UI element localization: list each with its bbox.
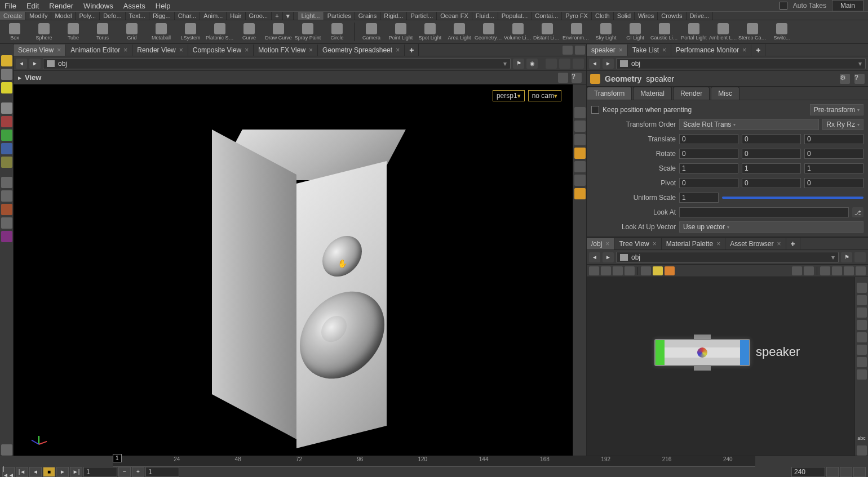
shelf-tab[interactable]: Char... (175, 12, 200, 20)
close-icon[interactable]: × (245, 46, 249, 54)
viewport[interactable]: persp1▾ no cam▾ ✋ (14, 84, 573, 456)
vp-tool-light[interactable] (574, 148, 586, 159)
shelf-tab[interactable]: Rigg... (149, 12, 175, 20)
frame-dec-button[interactable]: − (118, 467, 131, 477)
shelf-item[interactable]: Draw Curve (264, 20, 293, 43)
vp-tool-material[interactable] (574, 188, 586, 199)
right-top-tab-add[interactable]: + (751, 44, 765, 56)
node-input-connector[interactable] (694, 335, 711, 339)
shelf-tab[interactable]: Light... (298, 12, 324, 20)
pane-maximize-icon[interactable] (575, 46, 585, 55)
rotate-z[interactable] (804, 149, 863, 159)
uniform-scale-field[interactable] (679, 193, 719, 203)
translate-y[interactable] (742, 134, 801, 144)
menu-render[interactable]: Render (49, 2, 73, 10)
nv-opt-icon[interactable] (854, 252, 866, 262)
close-icon[interactable]: × (716, 240, 720, 248)
close-icon[interactable]: × (619, 46, 623, 54)
scale-z[interactable] (804, 163, 863, 173)
path-dropdown-icon[interactable]: ▾ (503, 60, 507, 68)
rt-path-dropdown[interactable]: ▾ (858, 60, 862, 68)
pivot-x[interactable] (679, 178, 738, 188)
network-tab[interactable]: Asset Browser× (725, 238, 786, 249)
close-icon[interactable]: × (777, 240, 781, 248)
shelf-item[interactable]: LSystem (176, 20, 205, 43)
shelf-item[interactable]: Sky Light (591, 20, 621, 43)
vp-tool-display[interactable] (574, 134, 586, 145)
tool-move[interactable] (1, 116, 12, 127)
shelf-tab[interactable]: Pyro FX (562, 12, 592, 20)
nv-layout-2-icon[interactable] (804, 266, 814, 275)
tool-construction[interactable] (1, 444, 12, 456)
vp-tool-hq[interactable] (574, 161, 586, 172)
nv-tool-zoom[interactable] (857, 445, 867, 456)
first-frame-button[interactable]: |◄◄ (2, 467, 15, 477)
shelf-item[interactable]: Tube (59, 20, 88, 43)
shelf-item[interactable]: Spray Paint (293, 20, 322, 43)
vp-tool-shadow[interactable] (574, 175, 586, 186)
nv-tool-7[interactable] (857, 357, 867, 367)
network-tab-add[interactable]: + (786, 238, 800, 250)
realtime-button[interactable] (826, 467, 839, 477)
camera-badge[interactable]: persp1▾ (493, 90, 525, 101)
tool-scale[interactable] (1, 143, 12, 154)
rot-order-dropdown[interactable]: Rx Ry Rz▾ (822, 119, 863, 130)
take-name-dropdown[interactable]: Main (832, 0, 863, 11)
center-tab[interactable]: Geometry Spreadsheet× (318, 44, 405, 56)
shelf-item[interactable]: Torus (88, 20, 117, 43)
nv-align-2-icon[interactable] (832, 266, 842, 275)
shelf-tab[interactable]: Drive... (687, 12, 714, 20)
center-path-field[interactable]: obj ▾ (43, 58, 511, 69)
center-tab[interactable]: Render View× (132, 44, 188, 56)
shelf-tab[interactable]: Particles (324, 12, 355, 20)
timeline-ruler[interactable]: 1 24487296120144168192216240 (113, 456, 755, 467)
tool-rotate[interactable] (1, 130, 12, 141)
shelf-item[interactable]: Sphere (29, 20, 59, 43)
view-options-icon[interactable] (558, 73, 568, 83)
nv-note-icon[interactable] (653, 266, 663, 275)
gear-icon[interactable]: ⚙ (840, 74, 850, 84)
nv-tool-6[interactable] (857, 345, 867, 355)
shelf-tab[interactable]: Populat... (498, 12, 532, 20)
close-icon[interactable]: × (396, 46, 400, 54)
view-icon-3[interactable] (573, 59, 584, 69)
current-frame-field[interactable]: 1 (145, 467, 179, 477)
close-icon[interactable]: × (742, 46, 746, 54)
nv-pin-icon[interactable]: ⚑ (841, 252, 852, 262)
nv-path-dropdown[interactable]: ▾ (831, 253, 835, 261)
shelf-tab[interactable]: Rigid... (380, 12, 407, 20)
param-tab[interactable]: Render (673, 87, 710, 100)
menu-edit[interactable]: Edit (26, 2, 39, 10)
nv-nav-fwd[interactable]: ► (603, 252, 614, 262)
tool-handles[interactable] (1, 157, 12, 168)
shelf-item[interactable]: Caustic Light (650, 20, 679, 43)
shelf-tab[interactable]: Particl... (407, 12, 437, 20)
shelf-item[interactable]: Box (0, 20, 29, 43)
auto-takes-checkbox[interactable] (780, 2, 787, 10)
translate-x[interactable] (679, 134, 738, 144)
shelf-tab[interactable]: Fluid... (472, 12, 498, 20)
nv-tool-text[interactable]: abc (857, 433, 867, 443)
network-tab[interactable]: /obj× (587, 238, 614, 249)
look-at-chooser-icon[interactable]: ⎇ (852, 207, 863, 217)
stop-button[interactable]: ■ (43, 467, 55, 477)
nv-table-icon[interactable] (613, 266, 623, 275)
pretransform-dropdown[interactable]: Pre-transform▾ (810, 104, 863, 115)
nv-align-4-icon[interactable] (856, 266, 866, 275)
shelf-item[interactable]: Switc... (767, 20, 796, 43)
play-backward-button[interactable]: ◄ (29, 467, 42, 477)
prev-keyframe-button[interactable]: |◄ (16, 467, 28, 477)
tool-snap-point[interactable] (1, 204, 12, 215)
shelf-item[interactable]: Metaball (147, 20, 176, 43)
nav-back-button[interactable]: ◄ (16, 59, 27, 69)
shelf-tab[interactable]: Hair (227, 12, 245, 20)
rt-path-field[interactable]: obj ▾ (616, 58, 866, 69)
keep-position-checkbox[interactable] (591, 106, 599, 114)
transform-order-dropdown[interactable]: Scale Rot Trans▾ (679, 119, 819, 130)
right-top-tab[interactable]: Take List× (628, 44, 671, 56)
rt-nav-back[interactable]: ◄ (589, 59, 600, 69)
shelf-item[interactable]: Stereo Cam... (738, 20, 767, 43)
shelf-tab[interactable]: Model (51, 12, 76, 20)
tool-brush[interactable] (1, 82, 12, 93)
tool-snap-multi[interactable] (1, 217, 12, 229)
